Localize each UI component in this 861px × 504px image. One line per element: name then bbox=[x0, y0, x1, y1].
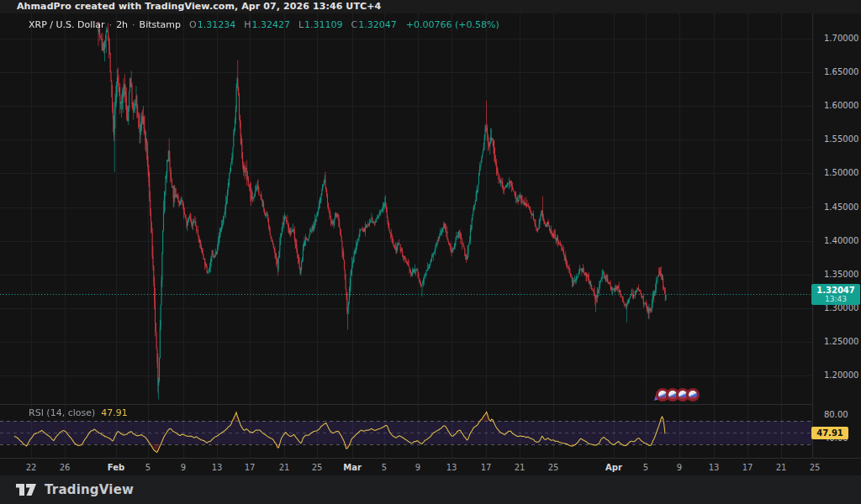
open-value: 1.31234 bbox=[198, 19, 236, 30]
tradingview-logo-icon[interactable] bbox=[15, 481, 37, 498]
tradingview-brand-text[interactable]: TradingView bbox=[45, 482, 134, 497]
time-axis-label: 5 bbox=[382, 462, 387, 473]
rsi-label[interactable]: RSI (14, close) bbox=[29, 407, 95, 418]
price-axis-label: 1.60000 bbox=[813, 101, 861, 111]
time-axis-label: Mar bbox=[343, 462, 362, 473]
low-value: 1.31109 bbox=[304, 19, 343, 30]
low-label: L bbox=[298, 19, 304, 30]
time-axis-label: 17 bbox=[742, 462, 753, 473]
price-axis-label: 1.70000 bbox=[813, 34, 861, 44]
high-value: 1.32427 bbox=[251, 19, 290, 30]
time-axis-label: 9 bbox=[677, 462, 682, 473]
footer-bar: TradingView bbox=[0, 475, 861, 504]
last-price-value: 1.32047 bbox=[811, 286, 860, 295]
rsi-value-badge: 47.91 bbox=[811, 427, 848, 439]
close-value: 1.32047 bbox=[358, 19, 397, 30]
price-axis-label: 1.50000 bbox=[813, 168, 861, 178]
price-axis-label: 1.20000 bbox=[813, 370, 861, 381]
exchange-label: Bitstamp bbox=[140, 19, 181, 30]
time-axis-label: 25 bbox=[312, 462, 323, 473]
time-axis-label: 25 bbox=[548, 462, 559, 473]
price-axis-label: 1.40000 bbox=[813, 236, 861, 246]
time-axis-label: 13 bbox=[709, 462, 720, 473]
emoji-sticker[interactable] bbox=[686, 388, 700, 402]
price-axis-label: 1.65000 bbox=[813, 67, 861, 77]
rsi-indicator-legend[interactable]: RSI (14, close) 47.91 bbox=[29, 407, 128, 418]
bar-countdown: 13:43 bbox=[811, 295, 860, 303]
price-axis-label: 1.45000 bbox=[813, 202, 861, 213]
price-axis-label: 1.25000 bbox=[813, 337, 861, 347]
emoji-sticker-group[interactable] bbox=[655, 388, 700, 402]
rsi-axis-label: 80.00 bbox=[813, 410, 861, 420]
interval-label[interactable]: 2h bbox=[116, 19, 128, 30]
time-axis-label: 21 bbox=[279, 462, 290, 473]
time-axis-label: 13 bbox=[446, 462, 457, 473]
time-axis-label: Apr bbox=[605, 462, 622, 473]
attribution-text: AhmadPro created with TradingView.com, A… bbox=[17, 1, 381, 12]
time-axis[interactable]: 2226Feb5913172125Mar5913172125Apr5913172… bbox=[0, 458, 861, 476]
legend-separator-dot: · bbox=[132, 19, 135, 30]
time-axis-label: 21 bbox=[776, 462, 787, 473]
time-axis-label: 21 bbox=[515, 462, 526, 473]
close-label: C bbox=[351, 19, 358, 30]
symbol-title[interactable]: XRP / U.S. Dollar bbox=[29, 19, 105, 30]
legend-separator-dot: · bbox=[109, 19, 113, 30]
price-axis[interactable]: 1.32047 13:43 47.91 1.700001.650001.6000… bbox=[812, 13, 861, 458]
rsi-value: 47.91 bbox=[101, 407, 128, 418]
last-price-badge: 1.32047 13:43 bbox=[811, 284, 860, 305]
time-axis-label: 5 bbox=[145, 462, 151, 473]
time-axis-label: 9 bbox=[181, 462, 186, 473]
time-axis-label: 13 bbox=[212, 462, 223, 473]
time-axis-label: 5 bbox=[643, 462, 648, 473]
snapshot-header-bar: AhmadPro created with TradingView.com, A… bbox=[0, 0, 861, 13]
time-axis-label: 17 bbox=[245, 462, 256, 473]
time-axis-label: 26 bbox=[60, 462, 71, 473]
symbol-legend[interactable]: XRP / U.S. Dollar · 2h · Bitstamp O1.312… bbox=[29, 19, 499, 30]
high-label: H bbox=[244, 19, 251, 30]
time-axis-label: 25 bbox=[810, 462, 821, 473]
time-axis-label: Feb bbox=[108, 462, 124, 473]
price-axis-label: 1.35000 bbox=[813, 270, 861, 280]
change-value: +0.00766 (+0.58%) bbox=[406, 19, 499, 30]
open-label: O bbox=[189, 19, 197, 30]
time-axis-label: 17 bbox=[481, 462, 492, 473]
time-axis-label: 22 bbox=[26, 462, 37, 473]
time-axis-label: 9 bbox=[415, 462, 420, 473]
price-axis-label: 1.55000 bbox=[813, 134, 861, 144]
